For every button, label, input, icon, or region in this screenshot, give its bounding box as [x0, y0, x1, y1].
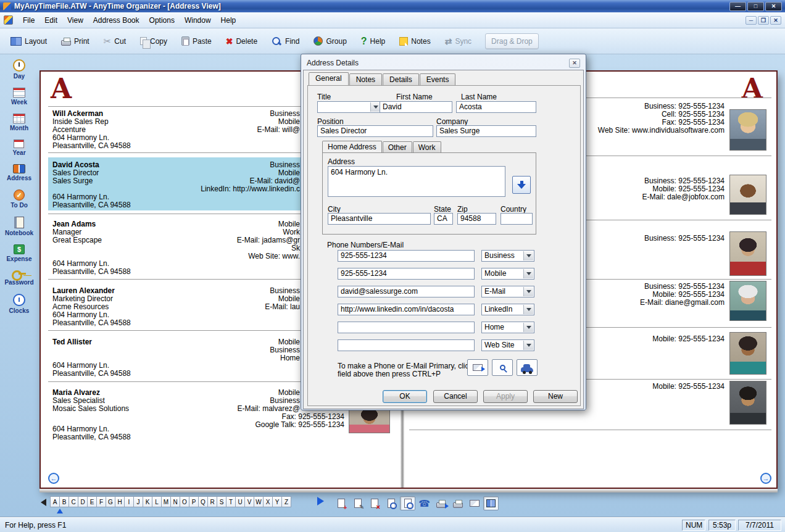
contact-row-selected[interactable]: David Acosta Sales Director Sales Surge — [52, 161, 99, 185]
dropdown-arrow-icon[interactable] — [523, 323, 533, 332]
zoom-page-button[interactable] — [400, 496, 415, 510]
find-button[interactable]: Find — [267, 34, 304, 49]
alphabet-tab[interactable]: K — [143, 496, 152, 507]
menu-item[interactable]: Options — [144, 14, 180, 27]
tab-details[interactable]: Details — [383, 73, 419, 85]
cancel-button[interactable]: Cancel — [433, 390, 478, 403]
alphabet-tab[interactable]: S — [217, 496, 226, 507]
alphabet-tab[interactable]: U — [235, 496, 245, 507]
dropdown-arrow-icon[interactable] — [523, 341, 533, 350]
dropdown-arrow-icon[interactable] — [523, 287, 533, 296]
alphabet-tab[interactable]: N — [170, 496, 180, 507]
child-minimize-button[interactable]: ─ — [746, 16, 757, 25]
address-textarea[interactable]: 604 Harmony Ln. — [328, 166, 505, 197]
next-page-button[interactable] — [760, 473, 771, 484]
phone-type-select[interactable]: Business — [481, 250, 534, 262]
phone-type-select[interactable]: LinkedIn — [481, 304, 534, 315]
find-note-button[interactable] — [383, 496, 399, 510]
sidebar-item-day[interactable]: Day — [13, 59, 25, 80]
phone-input[interactable]: david@salessurge.com — [338, 286, 475, 297]
menu-item[interactable]: File — [18, 14, 39, 27]
alphabet-tab[interactable]: V — [244, 496, 254, 507]
new-note-button[interactable] — [333, 496, 349, 510]
address-layout-button[interactable] — [483, 496, 499, 510]
sidebar-item-password[interactable]: Password — [4, 270, 33, 286]
phone-input[interactable] — [338, 339, 475, 351]
contact-row[interactable]: Ted Allister — [52, 338, 92, 346]
contact-row[interactable]: Will Ackerman Inside Sales Rep Accenture… — [52, 110, 131, 150]
dropdown-arrow-icon[interactable] — [523, 305, 533, 314]
alphabet-tab[interactable]: M — [161, 496, 171, 507]
ok-button[interactable]: OK — [383, 390, 427, 403]
phone-type-select[interactable]: Home — [481, 322, 534, 333]
notes-button[interactable]: Notes — [395, 35, 434, 48]
phone-input[interactable]: 925-555-1234 — [338, 268, 475, 280]
dropdown-arrow-icon[interactable] — [523, 251, 533, 260]
alphabet-tab[interactable]: Q — [198, 496, 208, 507]
copy-button[interactable]: Copy — [136, 35, 172, 48]
send-email-button[interactable] — [467, 359, 488, 376]
city-field[interactable]: Pleasantville — [328, 213, 431, 225]
dialog-close-button[interactable]: ✕ — [569, 59, 580, 68]
phone-type-select[interactable]: Web Site — [481, 339, 534, 351]
print-button[interactable]: Print — [57, 35, 94, 48]
dial-phone-button[interactable] — [417, 496, 432, 510]
position-field[interactable]: Sales Director — [317, 125, 433, 137]
child-restore-button[interactable]: ❐ — [758, 16, 769, 25]
edit-note-button[interactable] — [350, 496, 365, 510]
zip-field[interactable]: 94588 — [457, 213, 496, 225]
alphabet-tab[interactable]: P — [189, 496, 199, 507]
help-button[interactable]: Help — [357, 33, 389, 49]
drag-drop-button[interactable]: Drag & Drop — [485, 33, 539, 49]
print-page-button[interactable] — [450, 496, 465, 510]
map-directions-button[interactable] — [517, 359, 538, 376]
previous-page-button[interactable] — [48, 473, 59, 484]
phone-input[interactable]: 925-555-1234 — [338, 250, 475, 262]
last-name-field[interactable]: Acosta — [456, 101, 536, 113]
alphabet-tab[interactable]: W — [254, 496, 264, 507]
alphabet-tab[interactable]: L — [152, 496, 162, 507]
tab-events[interactable]: Events — [420, 73, 456, 85]
tab-other-address[interactable]: Other — [383, 141, 412, 152]
child-close-button[interactable]: ✕ — [770, 16, 781, 25]
state-field[interactable]: CA — [434, 213, 453, 225]
phone-input[interactable] — [338, 322, 475, 333]
alphabet-tab[interactable]: X — [263, 496, 273, 507]
contact-row[interactable]: Lauren Alexander Marketing Director Acme… — [52, 287, 131, 327]
minimize-button[interactable]: — — [729, 2, 746, 11]
contact-row[interactable]: Maria Alvarez Sales Specialist Mosaic Sa… — [52, 389, 129, 413]
sidebar-item-todo[interactable]: To Do — [10, 189, 28, 209]
menu-item[interactable]: Window — [180, 14, 216, 27]
contact-row[interactable]: Jean Adams Manager Great Espcape — [52, 220, 102, 244]
alphabet-tab[interactable]: T — [226, 496, 236, 507]
sidebar-item-week[interactable]: Week — [11, 88, 27, 106]
delete-button[interactable]: Delete — [222, 34, 262, 49]
sidebar-item-address[interactable]: Address — [7, 164, 31, 181]
close-button[interactable]: ✕ — [765, 2, 782, 11]
phone-input[interactable]: http://www.linkedin.com/in/dacosta — [338, 304, 475, 315]
alphabet-tab[interactable]: R — [207, 496, 217, 507]
alphabet-tab[interactable]: C — [69, 496, 78, 507]
alphabet-tab[interactable]: I — [124, 496, 134, 507]
menu-item[interactable]: Help — [216, 14, 241, 27]
new-button[interactable]: New — [533, 390, 578, 403]
sidebar-item-clocks[interactable]: Clocks — [9, 294, 30, 314]
scroll-letters-left-icon[interactable] — [41, 499, 46, 506]
tab-work-address[interactable]: Work — [413, 141, 441, 152]
alphabet-tab[interactable]: D — [78, 496, 88, 507]
sidebar-item-year[interactable]: Year — [12, 139, 25, 156]
menu-item[interactable]: Address Book — [88, 14, 144, 27]
tab-home-address[interactable]: Home Address — [322, 141, 382, 152]
apply-button[interactable]: Apply — [483, 390, 528, 403]
country-field[interactable] — [500, 213, 533, 225]
sidebar-item-notebook[interactable]: Notebook — [5, 217, 33, 236]
alphabet-tab[interactable]: H — [115, 496, 125, 507]
alphabet-tab[interactable]: J — [133, 496, 143, 507]
cut-button[interactable]: Cut — [99, 33, 130, 49]
dropdown-arrow-icon[interactable] — [370, 102, 380, 112]
phone-type-select[interactable]: Mobile — [481, 268, 534, 280]
maximize-button[interactable]: □ — [747, 2, 764, 11]
send-mail-button[interactable] — [467, 496, 482, 510]
first-name-field[interactable]: David — [380, 101, 452, 113]
alphabet-tab[interactable]: A — [50, 496, 60, 507]
